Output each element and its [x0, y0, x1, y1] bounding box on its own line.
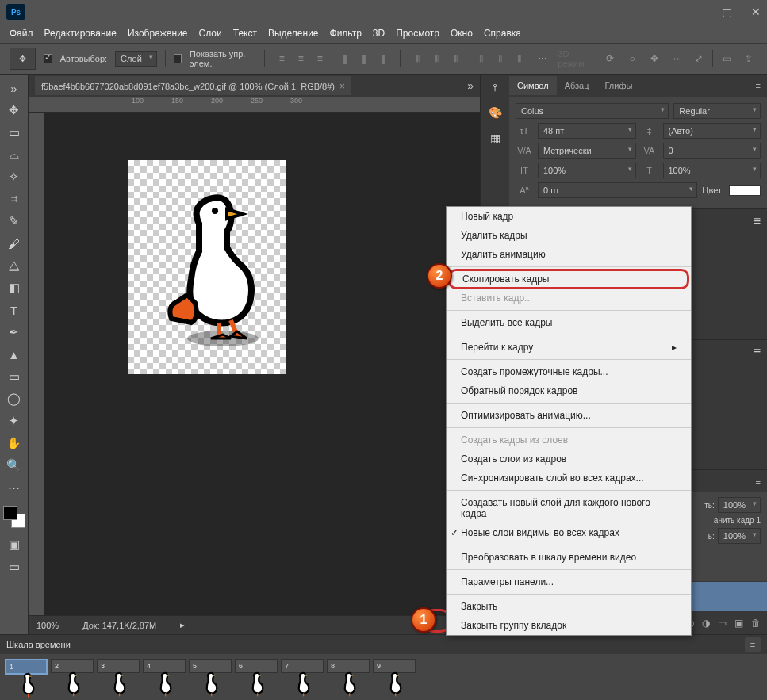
current-tool-icon[interactable]: ✥: [10, 48, 36, 70]
group-icon[interactable]: ▭: [718, 618, 727, 629]
brush-tool[interactable]: 🖌: [3, 233, 25, 254]
font-style-dropdown[interactable]: Regular: [673, 103, 761, 119]
screen-mode-icon[interactable]: ▭: [3, 557, 25, 577]
show-controls-checkbox[interactable]: [174, 54, 182, 63]
context-menu-item[interactable]: Оптимизировать анимацию...: [447, 406, 691, 425]
context-menu-item[interactable]: Закрыть группу вкладок: [447, 616, 691, 635]
fg-color[interactable]: [3, 506, 17, 520]
new-layer-icon[interactable]: ▣: [734, 618, 743, 629]
quick-select-tool[interactable]: ✧: [3, 166, 25, 187]
font-family-dropdown[interactable]: Colus: [516, 103, 669, 119]
menu-filter[interactable]: Фильтр: [330, 28, 362, 39]
menu-window[interactable]: Окно: [451, 28, 473, 39]
more-tools-icon[interactable]: ⋯: [3, 477, 25, 498]
rectangle-tool[interactable]: ▭: [3, 366, 25, 387]
custom-shape-tool[interactable]: ✦: [3, 411, 25, 431]
context-menu-item[interactable]: Преобразовать в шкалу времени видео: [447, 548, 691, 567]
clone-tool[interactable]: ⧋: [3, 255, 25, 276]
context-menu-item[interactable]: Создать промежуточные кадры...: [447, 362, 691, 381]
share-icon[interactable]: ⇪: [740, 50, 757, 67]
timeline-frame[interactable]: 8: [327, 659, 370, 673]
expand-tools-icon[interactable]: »: [3, 78, 25, 98]
doc-size[interactable]: Док: 147,1K/2,87M: [82, 621, 156, 630]
quick-mask-icon[interactable]: ▣: [3, 534, 25, 555]
3d-scale-icon[interactable]: ⤢: [690, 50, 708, 67]
opacity-dropdown[interactable]: 100%: [718, 497, 761, 513]
text-color-chip[interactable]: [729, 185, 761, 196]
timeline-frame[interactable]: 4: [143, 659, 186, 673]
panel-menu-icon[interactable]: ≡: [754, 345, 761, 359]
panel-menu-icon[interactable]: ≡: [750, 81, 767, 90]
close-icon[interactable]: ✕: [751, 6, 761, 18]
context-menu-item[interactable]: Новый кадр: [447, 207, 691, 226]
tracking-input[interactable]: 0: [663, 143, 761, 159]
timeline-frame[interactable]: 7: [281, 659, 324, 673]
status-arrow-icon[interactable]: ▸: [180, 620, 185, 630]
fill-dropdown[interactable]: 100%: [718, 528, 761, 544]
timeline-frame[interactable]: 2: [51, 659, 94, 673]
adjust-icon[interactable]: ⫯: [493, 81, 498, 94]
gradient-tool[interactable]: ◧: [3, 277, 25, 298]
menu-image[interactable]: Изображение: [128, 28, 188, 39]
context-menu-item[interactable]: Выделить все кадры: [447, 313, 691, 332]
grid-icon[interactable]: ▦: [490, 132, 500, 144]
panel-menu-icon[interactable]: ≡: [754, 214, 761, 228]
frame-icon[interactable]: ▭: [718, 50, 735, 67]
context-menu-item[interactable]: Параметры панели...: [447, 572, 691, 591]
panel-menu-icon[interactable]: ≡: [750, 476, 767, 486]
3d-roll-icon[interactable]: ○: [623, 50, 641, 67]
adjustment-icon[interactable]: ◑: [702, 618, 710, 629]
context-menu-item[interactable]: Обратный порядок кадров: [447, 381, 691, 400]
context-menu-item[interactable]: Закрыть: [447, 597, 691, 616]
timeline-menu-button[interactable]: ≡: [745, 637, 761, 652]
kerning-dropdown[interactable]: Метрически: [538, 143, 636, 159]
menu-view[interactable]: Просмотр: [396, 28, 439, 39]
marquee-tool[interactable]: ▭: [3, 122, 25, 143]
document-tab[interactable]: f5baef4b6b6677020ab8d091ef78a3bc_w200.gi…: [35, 76, 351, 95]
timeline-frame[interactable]: 9: [373, 659, 416, 673]
menu-edit[interactable]: Редактирование: [44, 28, 117, 39]
maximize-icon[interactable]: ▢: [722, 6, 732, 18]
font-size-dropdown[interactable]: 48 пт: [538, 123, 636, 139]
type-tool[interactable]: T: [3, 300, 25, 320]
timeline-frame[interactable]: 5: [189, 659, 232, 673]
context-menu-item[interactable]: Создать слои из кадров: [447, 449, 691, 469]
timeline-frame[interactable]: 3: [97, 659, 140, 673]
tab-overflow-icon[interactable]: »: [467, 79, 474, 92]
more-icon[interactable]: ⋯: [535, 50, 550, 67]
context-menu-item[interactable]: Новые слои видимы во всех кадрах: [447, 523, 691, 542]
hand-tool[interactable]: ✋: [3, 433, 25, 453]
lasso-tool[interactable]: ⌓: [3, 144, 25, 165]
tab-paragraph[interactable]: Абзац: [557, 76, 597, 95]
autoselect-checkbox[interactable]: [44, 54, 52, 63]
menu-text[interactable]: Текст: [233, 28, 257, 39]
menu-help[interactable]: Справка: [484, 28, 521, 39]
context-menu-item[interactable]: Удалить анимацию: [447, 245, 691, 264]
context-menu-item[interactable]: Скопировать кадры: [448, 269, 689, 289]
crop-tool[interactable]: ⌗: [3, 189, 25, 209]
canvas-artboard[interactable]: [128, 160, 286, 374]
menu-3d[interactable]: 3D: [373, 28, 385, 39]
3d-orbit-icon[interactable]: ⟳: [601, 50, 619, 67]
timeline-frame[interactable]: 6: [235, 659, 278, 673]
tab-close-icon[interactable]: ×: [339, 81, 345, 92]
context-menu-item[interactable]: Синхронизировать слой во всех кадрах...: [447, 469, 691, 488]
leading-dropdown[interactable]: (Авто): [663, 123, 761, 139]
menu-file[interactable]: Файл: [10, 28, 33, 39]
trash-icon[interactable]: 🗑: [751, 618, 761, 629]
context-menu-item[interactable]: Создавать новый слой для каждого нового …: [447, 493, 691, 523]
3d-pan-icon[interactable]: ✥: [646, 50, 663, 67]
zoom-tool[interactable]: 🔍: [3, 455, 25, 476]
tab-glyphs[interactable]: Глифы: [597, 76, 641, 95]
color-swatch[interactable]: [3, 506, 25, 528]
canvas[interactable]: [44, 113, 480, 615]
timeline-frame[interactable]: 1: [5, 659, 48, 675]
context-menu-item[interactable]: Перейти к кадру: [447, 338, 691, 357]
pen-tool[interactable]: ✒: [3, 322, 25, 342]
eyedropper-tool[interactable]: ✎: [3, 211, 25, 231]
path-select-tool[interactable]: ▲: [3, 344, 25, 365]
menu-layers[interactable]: Слои: [199, 28, 222, 39]
tab-character[interactable]: Символ: [509, 76, 557, 95]
zoom-level[interactable]: 100%: [36, 621, 59, 630]
swatches-icon[interactable]: 🎨: [489, 106, 502, 119]
